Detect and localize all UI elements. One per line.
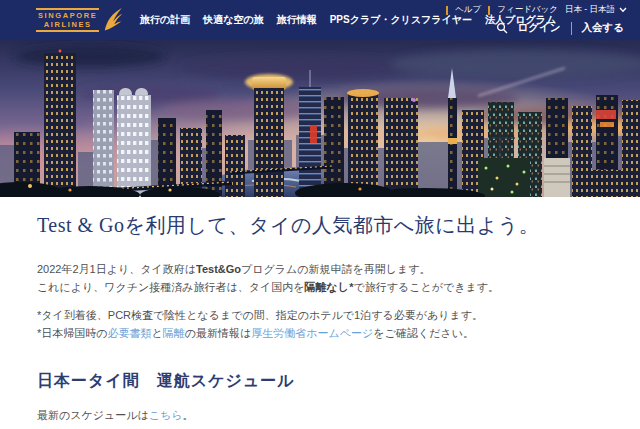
- feedback-link[interactable]: フィードバック: [497, 4, 558, 16]
- singapore-airlines-wordmark: SINGAPORE AIRLINES: [36, 8, 99, 32]
- chevron-down-icon: [619, 7, 627, 13]
- no-quarantine-bold-text: 隔離なし*: [305, 281, 354, 293]
- gold-separator: [446, 6, 448, 15]
- site-header: SINGAPORE AIRLINES 旅行の計画 快適な空の旅 旅行情報 PPS…: [0, 0, 640, 40]
- locale-label: 日本 - 日本語: [565, 4, 615, 16]
- intro-line-2: これにより、ワクチン接種済み旅行者は、タイ国内を隔離なし*で旅行することができま…: [37, 278, 603, 296]
- testgo-bold-text: Test&Go: [196, 263, 241, 275]
- search-icon[interactable]: [496, 22, 508, 34]
- schedule-text: 。: [183, 409, 194, 421]
- schedule-section: 最新のスケジュールはこちら。 事前に最新の入国条件をご確認ください。: [37, 406, 603, 429]
- quarantine-link[interactable]: 隔離: [163, 327, 185, 339]
- footnote-text: の最新情報は: [185, 327, 252, 339]
- intro-line-1: 2022年2月1日より、タイ政府はTest&Goプログラムの新規申請を再開します…: [37, 260, 603, 278]
- intro-text: プログラムの新規申請を再開します。: [241, 263, 431, 275]
- help-link[interactable]: ヘルプ: [455, 4, 481, 16]
- hero-banner: [0, 40, 640, 197]
- intro-paragraph: 2022年2月1日より、タイ政府はTest&Goプログラムの新規申請を再開します…: [37, 260, 603, 296]
- page-title: Test & Goを利用して、タイの人気都市へ旅に出よう。: [37, 212, 603, 239]
- footnote-text: *日本帰国時の: [37, 327, 108, 339]
- utility-bar: ヘルプ フィードバック 日本 - 日本語: [446, 4, 627, 16]
- join-link[interactable]: 入会する: [582, 21, 625, 35]
- mhlw-homepage-link[interactable]: 厚生労働省ホームページ: [251, 327, 373, 339]
- login-link[interactable]: ログイン: [518, 21, 561, 35]
- main-content: Test & Goを利用して、タイの人気都市へ旅に出よう。 2022年2月1日よ…: [0, 197, 640, 429]
- hero-cityscape-image: [0, 40, 640, 197]
- schedule-text: 最新のスケジュールは: [37, 409, 149, 421]
- nav-flying-with-us[interactable]: 快適な空の旅: [203, 13, 263, 27]
- sia-bird-icon: [102, 6, 124, 33]
- gold-separator: [488, 6, 490, 15]
- intro-text: で旅行することができます。: [353, 281, 499, 293]
- nav-travel-info[interactable]: 旅行情報: [277, 13, 317, 27]
- logo-line-1: SINGAPORE: [38, 11, 97, 20]
- intro-text: 2022年2月1日より、タイ政府は: [37, 263, 196, 275]
- logo-line-2: AIRLINES: [38, 20, 97, 29]
- separator: [571, 22, 572, 35]
- footnotes: *タイ到着後、PCR検査で陰性となるまでの間、指定のホテルで1泊する必要がありま…: [37, 306, 603, 342]
- schedule-line-1: 最新のスケジュールはこちら。: [37, 406, 603, 424]
- schedule-section-heading: 日本ータイ間 運航スケジュール: [37, 371, 603, 392]
- locale-selector[interactable]: 日本 - 日本語: [565, 4, 627, 16]
- required-documents-link[interactable]: 必要書類: [108, 327, 152, 339]
- footnote-2: *日本帰国時の必要書類と隔離の最新情報は厚生労働省ホームページをご確認ください。: [37, 324, 603, 342]
- footnote-1: *タイ到着後、PCR検査で陰性となるまでの間、指定のホテルで1泊する必要がありま…: [37, 306, 603, 324]
- singapore-airlines-logo[interactable]: SINGAPORE AIRLINES: [36, 6, 124, 33]
- intro-text: これにより、ワクチン接種済み旅行者は、タイ国内を: [37, 281, 305, 293]
- schedule-here-link[interactable]: こちら: [149, 409, 183, 421]
- nav-travel-planning[interactable]: 旅行の計画: [140, 13, 190, 27]
- footnote-text: と: [152, 327, 163, 339]
- header-actions: ログイン 入会する: [496, 21, 624, 35]
- footnote-text: をご確認ください。: [373, 327, 474, 339]
